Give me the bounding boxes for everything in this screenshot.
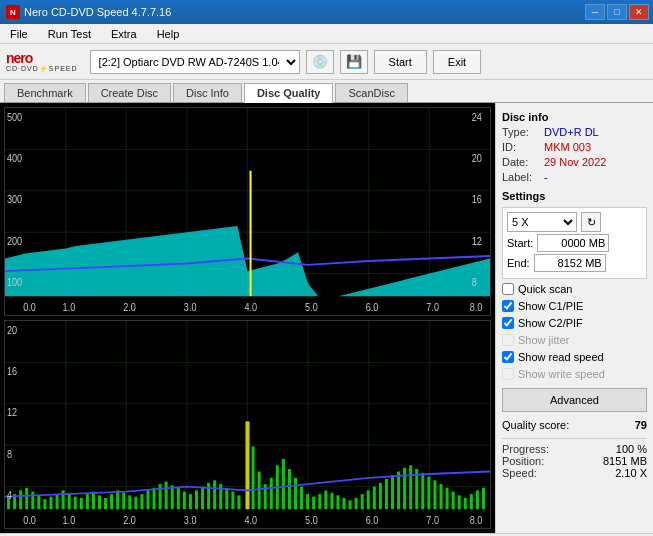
svg-rect-100 — [355, 498, 358, 509]
svg-rect-109 — [409, 465, 412, 509]
position-row: Position: 8151 MB — [502, 455, 647, 467]
tab-create-disc[interactable]: Create Disc — [88, 83, 171, 102]
title-bar-left: N Nero CD-DVD Speed 4.7.7.16 — [6, 5, 171, 19]
settings-title: Settings — [502, 190, 647, 202]
disc-date-row: Date: 29 Nov 2022 — [502, 156, 647, 168]
svg-rect-113 — [433, 480, 436, 509]
show-write-speed-row: Show write speed — [502, 368, 647, 380]
maximize-button[interactable]: □ — [607, 4, 627, 20]
progress-value: 100 % — [616, 443, 647, 455]
svg-rect-95 — [324, 490, 327, 509]
nero-logo-text: nero — [6, 51, 78, 65]
main-content: 500 400 300 200 100 24 20 16 12 8 0.0 1.… — [0, 103, 653, 533]
app-title: Nero CD-DVD Speed 4.7.7.16 — [24, 6, 171, 18]
svg-rect-97 — [336, 495, 339, 509]
svg-rect-115 — [446, 488, 449, 509]
quick-scan-checkbox[interactable] — [502, 283, 514, 295]
label-value: - — [544, 171, 548, 183]
refresh-button[interactable]: ↻ — [581, 212, 601, 232]
minimize-button[interactable]: ─ — [585, 4, 605, 20]
show-read-speed-label: Show read speed — [518, 351, 604, 363]
end-label: End: — [507, 257, 530, 269]
svg-rect-77 — [213, 480, 216, 509]
quick-scan-label: Quick scan — [518, 283, 572, 295]
disc-icon-button[interactable]: 💿 — [306, 50, 334, 74]
svg-rect-59 — [104, 498, 107, 509]
close-button[interactable]: ✕ — [629, 4, 649, 20]
position-value: 8151 MB — [603, 455, 647, 467]
show-read-speed-checkbox[interactable] — [502, 351, 514, 363]
show-write-speed-checkbox[interactable] — [502, 368, 514, 380]
svg-rect-116 — [452, 492, 455, 510]
app-icon: N — [6, 5, 20, 19]
svg-rect-48 — [37, 495, 40, 509]
exit-button[interactable]: Exit — [433, 50, 481, 74]
tab-disc-info[interactable]: Disc Info — [173, 83, 242, 102]
type-value: DVD+R DL — [544, 126, 599, 138]
start-input[interactable] — [537, 234, 609, 252]
svg-rect-66 — [146, 490, 149, 509]
svg-rect-111 — [421, 473, 424, 509]
end-input[interactable] — [534, 254, 606, 272]
menu-extra[interactable]: Extra — [105, 26, 143, 42]
svg-rect-65 — [140, 494, 143, 509]
svg-text:8: 8 — [7, 448, 12, 460]
drive-select[interactable]: [2:2] Optiarc DVD RW AD-7240S 1.04 — [90, 50, 300, 74]
advanced-button[interactable]: Advanced — [502, 388, 647, 412]
svg-rect-50 — [49, 497, 52, 510]
svg-rect-98 — [342, 498, 345, 509]
show-c1pie-checkbox[interactable] — [502, 300, 514, 312]
quick-scan-row: Quick scan — [502, 283, 647, 295]
svg-text:4.0: 4.0 — [244, 514, 257, 526]
svg-rect-70 — [171, 485, 174, 509]
speed-value: 2.10 X — [615, 467, 647, 479]
show-jitter-checkbox[interactable] — [502, 334, 514, 346]
tab-benchmark[interactable]: Benchmark — [4, 83, 86, 102]
svg-rect-107 — [397, 472, 400, 510]
svg-rect-82 — [245, 421, 249, 509]
svg-rect-79 — [225, 488, 228, 509]
progress-row: Progress: 100 % — [502, 443, 647, 455]
svg-rect-104 — [379, 483, 382, 509]
svg-rect-72 — [183, 492, 186, 510]
svg-text:24: 24 — [472, 111, 482, 123]
tab-scan-disc[interactable]: ScanDisc — [335, 83, 407, 102]
svg-text:16: 16 — [472, 193, 482, 205]
show-c2pif-checkbox[interactable] — [502, 317, 514, 329]
date-label: Date: — [502, 156, 540, 168]
progress-section: Progress: 100 % Position: 8151 MB Speed:… — [502, 438, 647, 479]
start-row: Start: — [507, 234, 642, 252]
menu-file[interactable]: File — [4, 26, 34, 42]
svg-rect-101 — [361, 494, 364, 509]
show-jitter-label: Show jitter — [518, 334, 569, 346]
svg-rect-52 — [62, 490, 65, 509]
svg-rect-67 — [153, 488, 156, 509]
svg-text:0.0: 0.0 — [23, 514, 36, 526]
tab-disc-quality[interactable]: Disc Quality — [244, 83, 334, 103]
svg-text:400: 400 — [7, 152, 22, 164]
disc-info-title: Disc info — [502, 111, 647, 123]
svg-text:8.0: 8.0 — [470, 514, 483, 526]
svg-text:4: 4 — [7, 489, 12, 501]
disc-type-row: Type: DVD+R DL — [502, 126, 647, 138]
bottom-chart: 20 16 12 8 4 0.0 1.0 2.0 3.0 4.0 5.0 6.0… — [4, 320, 491, 529]
svg-rect-108 — [403, 468, 406, 509]
menu-help[interactable]: Help — [151, 26, 186, 42]
speed-select[interactable]: 5 X Max 1 X 2 X 4 X 8 X — [507, 212, 577, 232]
svg-rect-64 — [134, 497, 137, 510]
svg-rect-62 — [122, 493, 125, 509]
type-label: Type: — [502, 126, 540, 138]
save-button[interactable]: 💾 — [340, 50, 368, 74]
svg-rect-121 — [482, 488, 485, 509]
svg-text:20: 20 — [7, 324, 17, 336]
svg-rect-118 — [464, 498, 467, 509]
menu-run-test[interactable]: Run Test — [42, 26, 97, 42]
show-write-speed-label: Show write speed — [518, 368, 605, 380]
show-c1pie-label: Show C1/PIE — [518, 300, 583, 312]
svg-text:2.0: 2.0 — [123, 514, 136, 526]
svg-rect-88 — [282, 459, 285, 509]
start-button[interactable]: Start — [374, 50, 427, 74]
svg-rect-102 — [367, 490, 370, 509]
speed-row-prog: Speed: 2.10 X — [502, 467, 647, 479]
svg-rect-49 — [43, 499, 46, 509]
